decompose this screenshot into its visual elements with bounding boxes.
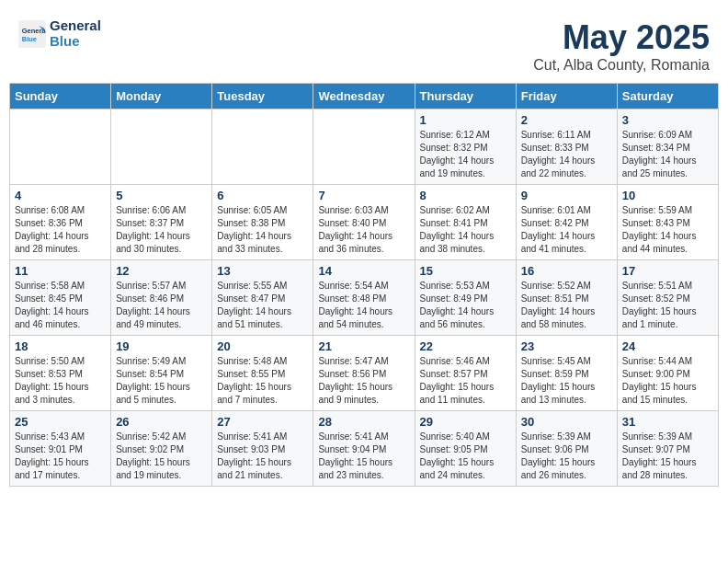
day-number: 8 [420,189,511,202]
weekday-header-friday: Friday [516,84,617,109]
day-number: 10 [622,189,713,202]
svg-text:Blue: Blue [22,34,37,42]
day-number: 5 [116,189,207,202]
day-number: 2 [521,113,612,127]
calendar-cell: 7Sunrise: 6:03 AM Sunset: 8:40 PM Daylig… [313,185,415,260]
day-info: Sunrise: 5:45 AM Sunset: 8:59 PM Dayligh… [521,356,596,405]
day-info: Sunrise: 6:09 AM Sunset: 8:34 PM Dayligh… [622,130,697,178]
calendar-cell: 20Sunrise: 5:48 AM Sunset: 8:55 PM Dayli… [212,336,313,411]
day-number: 19 [116,339,207,353]
day-number: 30 [521,415,612,429]
day-info: Sunrise: 6:01 AM Sunset: 8:42 PM Dayligh… [521,205,596,254]
calendar-cell: 18Sunrise: 5:50 AM Sunset: 8:53 PM Dayli… [10,336,111,411]
weekday-header-tuesday: Tuesday [212,84,313,109]
calendar-cell: 19Sunrise: 5:49 AM Sunset: 8:54 PM Dayli… [111,336,212,411]
calendar-cell: 4Sunrise: 6:08 AM Sunset: 8:36 PM Daylig… [10,185,111,260]
calendar-cell [10,109,111,185]
day-info: Sunrise: 6:08 AM Sunset: 8:36 PM Dayligh… [15,205,89,254]
calendar-cell [212,109,313,185]
day-number: 21 [318,339,409,353]
calendar-cell: 26Sunrise: 5:42 AM Sunset: 9:02 PM Dayli… [111,411,212,487]
day-number: 29 [420,415,511,429]
calendar-cell: 9Sunrise: 6:01 AM Sunset: 8:42 PM Daylig… [516,185,617,260]
day-number: 7 [318,189,409,202]
day-info: Sunrise: 5:55 AM Sunset: 8:47 PM Dayligh… [217,281,291,329]
day-info: Sunrise: 5:57 AM Sunset: 8:46 PM Dayligh… [116,281,190,329]
day-info: Sunrise: 6:03 AM Sunset: 8:40 PM Dayligh… [318,205,392,254]
day-number: 28 [318,415,409,429]
day-number: 17 [622,264,713,278]
day-info: Sunrise: 5:58 AM Sunset: 8:45 PM Dayligh… [15,281,89,329]
day-info: Sunrise: 5:51 AM Sunset: 8:52 PM Dayligh… [622,281,697,329]
title-block: May 2025 Cut, Alba County, Romania [533,18,710,74]
day-info: Sunrise: 6:06 AM Sunset: 8:37 PM Dayligh… [116,205,190,254]
day-info: Sunrise: 5:41 AM Sunset: 9:04 PM Dayligh… [318,431,392,480]
day-info: Sunrise: 6:05 AM Sunset: 8:38 PM Dayligh… [217,205,291,254]
day-number: 27 [217,415,308,429]
day-number: 22 [420,339,511,353]
calendar-cell: 30Sunrise: 5:39 AM Sunset: 9:06 PM Dayli… [516,411,617,487]
calendar-cell: 3Sunrise: 6:09 AM Sunset: 8:34 PM Daylig… [617,109,718,185]
calendar-cell: 27Sunrise: 5:41 AM Sunset: 9:03 PM Dayli… [212,411,313,487]
day-info: Sunrise: 5:49 AM Sunset: 8:54 PM Dayligh… [116,356,190,405]
week-row-1: 1Sunrise: 6:12 AM Sunset: 8:32 PM Daylig… [10,109,719,185]
day-number: 14 [318,264,409,278]
day-number: 16 [521,264,612,278]
day-number: 9 [521,189,612,202]
logo-blue: Blue [50,34,101,50]
day-number: 4 [15,189,106,202]
weekday-header-saturday: Saturday [617,84,718,109]
day-info: Sunrise: 5:59 AM Sunset: 8:43 PM Dayligh… [622,205,697,254]
day-info: Sunrise: 5:44 AM Sunset: 9:00 PM Dayligh… [622,356,697,405]
calendar-cell: 17Sunrise: 5:51 AM Sunset: 8:52 PM Dayli… [617,260,718,336]
calendar-cell [111,109,212,185]
calendar-cell: 12Sunrise: 5:57 AM Sunset: 8:46 PM Dayli… [111,260,212,336]
calendar-cell: 29Sunrise: 5:40 AM Sunset: 9:05 PM Dayli… [415,411,516,487]
calendar-cell: 16Sunrise: 5:52 AM Sunset: 8:51 PM Dayli… [516,260,617,336]
calendar-cell: 15Sunrise: 5:53 AM Sunset: 8:49 PM Dayli… [415,260,516,336]
calendar-cell: 10Sunrise: 5:59 AM Sunset: 8:43 PM Dayli… [617,185,718,260]
weekday-header-sunday: Sunday [10,84,111,109]
day-info: Sunrise: 5:54 AM Sunset: 8:48 PM Dayligh… [318,281,392,329]
day-info: Sunrise: 5:52 AM Sunset: 8:51 PM Dayligh… [521,281,596,329]
day-number: 18 [15,339,106,353]
day-info: Sunrise: 6:11 AM Sunset: 8:33 PM Dayligh… [521,130,596,178]
day-info: Sunrise: 5:42 AM Sunset: 9:02 PM Dayligh… [116,431,190,480]
logo-icon: General Blue [18,20,46,48]
day-info: Sunrise: 5:47 AM Sunset: 8:56 PM Dayligh… [318,356,392,405]
week-row-4: 18Sunrise: 5:50 AM Sunset: 8:53 PM Dayli… [10,336,719,411]
main-title: May 2025 [533,18,710,57]
calendar-cell: 22Sunrise: 5:46 AM Sunset: 8:57 PM Dayli… [415,336,516,411]
day-number: 1 [420,113,511,127]
subtitle: Cut, Alba County, Romania [533,57,710,74]
day-info: Sunrise: 6:12 AM Sunset: 8:32 PM Dayligh… [420,130,495,178]
day-number: 12 [116,264,207,278]
calendar-table: SundayMondayTuesdayWednesdayThursdayFrid… [9,83,719,487]
day-info: Sunrise: 5:53 AM Sunset: 8:49 PM Dayligh… [420,281,495,329]
calendar-cell: 25Sunrise: 5:43 AM Sunset: 9:01 PM Dayli… [10,411,111,487]
day-number: 15 [420,264,511,278]
calendar-cell [313,109,415,185]
page-header: General Blue General Blue May 2025 Cut, … [9,9,719,78]
calendar-cell: 5Sunrise: 6:06 AM Sunset: 8:37 PM Daylig… [111,185,212,260]
calendar-cell: 2Sunrise: 6:11 AM Sunset: 8:33 PM Daylig… [516,109,617,185]
day-number: 23 [521,339,612,353]
day-info: Sunrise: 5:39 AM Sunset: 9:07 PM Dayligh… [622,431,697,480]
day-info: Sunrise: 6:02 AM Sunset: 8:41 PM Dayligh… [420,205,495,254]
calendar-cell: 31Sunrise: 5:39 AM Sunset: 9:07 PM Dayli… [617,411,718,487]
calendar-cell: 14Sunrise: 5:54 AM Sunset: 8:48 PM Dayli… [313,260,415,336]
calendar-cell: 1Sunrise: 6:12 AM Sunset: 8:32 PM Daylig… [415,109,516,185]
week-row-5: 25Sunrise: 5:43 AM Sunset: 9:01 PM Dayli… [10,411,719,487]
calendar-cell: 23Sunrise: 5:45 AM Sunset: 8:59 PM Dayli… [516,336,617,411]
day-number: 25 [15,415,106,429]
day-number: 20 [217,339,308,353]
day-number: 6 [217,189,308,202]
day-info: Sunrise: 5:48 AM Sunset: 8:55 PM Dayligh… [217,356,291,405]
calendar-cell: 28Sunrise: 5:41 AM Sunset: 9:04 PM Dayli… [313,411,415,487]
day-info: Sunrise: 5:46 AM Sunset: 8:57 PM Dayligh… [420,356,495,405]
weekday-header-thursday: Thursday [415,84,516,109]
day-number: 11 [15,264,106,278]
day-number: 31 [622,415,713,429]
day-info: Sunrise: 5:40 AM Sunset: 9:05 PM Dayligh… [420,431,495,480]
calendar-cell: 6Sunrise: 6:05 AM Sunset: 8:38 PM Daylig… [212,185,313,260]
